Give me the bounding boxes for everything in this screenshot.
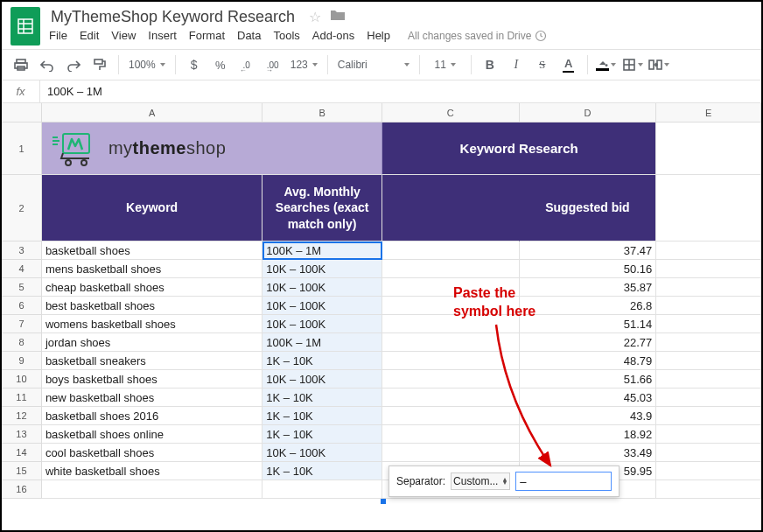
cell-c3[interactable] bbox=[382, 242, 520, 260]
cell-d3[interactable]: 37.47 bbox=[520, 242, 657, 260]
cell-c4[interactable] bbox=[382, 260, 520, 278]
cell-b1[interactable] bbox=[262, 122, 382, 175]
cell-e3[interactable] bbox=[656, 242, 761, 260]
number-format-dropdown[interactable]: 123 bbox=[287, 52, 321, 77]
col-header-b[interactable]: B bbox=[262, 103, 382, 122]
cell-e13[interactable] bbox=[656, 425, 761, 444]
cell-b2-searches-header[interactable]: Avg. Monthly Searches (exact match only) bbox=[262, 175, 382, 242]
cell-e15[interactable] bbox=[656, 462, 761, 480]
zoom-dropdown[interactable]: 100% bbox=[125, 52, 169, 77]
cell-a3[interactable]: basketball shoes bbox=[42, 242, 262, 260]
strikethrough-button[interactable]: S bbox=[530, 52, 555, 77]
row-header-15[interactable]: 15 bbox=[2, 462, 42, 480]
cell-a11[interactable]: new basketball shoes bbox=[42, 388, 262, 407]
increase-decimal-button[interactable]: .00→ bbox=[261, 52, 285, 77]
row-header-5[interactable]: 5 bbox=[2, 278, 42, 297]
cell-b10[interactable]: 10K – 100K bbox=[262, 370, 382, 388]
font-dropdown[interactable]: Calibri bbox=[334, 52, 413, 77]
cell-a9[interactable]: basketball sneakers bbox=[42, 352, 262, 370]
cell-a10[interactable]: boys basketball shoes bbox=[42, 370, 262, 388]
select-all-corner[interactable] bbox=[2, 103, 42, 122]
row-header-3[interactable]: 3 bbox=[2, 242, 42, 260]
cell-b4[interactable]: 10K – 100K bbox=[262, 260, 382, 278]
cell-d5[interactable]: 35.87 bbox=[520, 278, 657, 297]
col-header-a[interactable]: A bbox=[42, 103, 262, 122]
cell-a4[interactable]: mens basketball shoes bbox=[42, 260, 262, 278]
cell-e9[interactable] bbox=[656, 352, 761, 370]
cell-d2-bid-header[interactable]: Suggested bid bbox=[520, 175, 657, 242]
cell-e1[interactable] bbox=[656, 122, 761, 175]
cell-a13[interactable]: basketball shoes online bbox=[42, 425, 262, 444]
textcolor-button[interactable]: A bbox=[556, 52, 581, 77]
menu-edit[interactable]: Edit bbox=[80, 29, 99, 42]
cell-a1-logo[interactable]: mythemeshop bbox=[42, 122, 262, 175]
fillcolor-button[interactable] bbox=[594, 52, 619, 77]
row-header-2[interactable]: 2 bbox=[2, 175, 42, 242]
cell-a16[interactable] bbox=[42, 480, 262, 499]
cell-c2[interactable] bbox=[382, 175, 520, 242]
print-button[interactable] bbox=[9, 52, 33, 77]
row-header-14[interactable]: 14 bbox=[2, 444, 42, 462]
row-header-10[interactable]: 10 bbox=[2, 370, 42, 388]
cell-e12[interactable] bbox=[656, 407, 761, 425]
redo-button[interactable] bbox=[61, 52, 86, 77]
menu-file[interactable]: File bbox=[49, 29, 67, 42]
cell-e6[interactable] bbox=[656, 297, 761, 315]
row-header-8[interactable]: 8 bbox=[2, 333, 42, 352]
cell-b15[interactable]: 1K – 10K bbox=[262, 462, 382, 480]
cell-e5[interactable] bbox=[656, 278, 761, 297]
row-header-4[interactable]: 4 bbox=[2, 260, 42, 278]
row-header-6[interactable]: 6 bbox=[2, 297, 42, 315]
cell-b5[interactable]: 10K – 100K bbox=[262, 278, 382, 297]
merge-button[interactable] bbox=[647, 52, 671, 77]
menu-tools[interactable]: Tools bbox=[273, 29, 299, 42]
decrease-decimal-button[interactable]: .0← bbox=[234, 52, 259, 77]
folder-icon[interactable] bbox=[330, 9, 346, 25]
paintformat-button[interactable] bbox=[88, 52, 112, 77]
cell-e16[interactable] bbox=[656, 480, 761, 499]
cell-a12[interactable]: basketball shoes 2016 bbox=[42, 407, 262, 425]
row-header-11[interactable]: 11 bbox=[2, 388, 42, 407]
currency-button[interactable]: $ bbox=[182, 52, 206, 77]
cell-b13[interactable]: 1K – 10K bbox=[262, 425, 382, 444]
document-title[interactable]: MyThemeShop Keyword Research bbox=[49, 6, 297, 27]
borders-button[interactable] bbox=[620, 52, 645, 77]
undo-button[interactable] bbox=[35, 52, 60, 77]
sheets-app-icon[interactable] bbox=[10, 7, 40, 46]
italic-button[interactable]: I bbox=[504, 52, 528, 77]
cell-cd1-keyword-research[interactable]: Keyword Research bbox=[382, 122, 656, 175]
menu-help[interactable]: Help bbox=[367, 29, 390, 42]
cell-b16[interactable] bbox=[262, 480, 382, 499]
row-header-7[interactable]: 7 bbox=[2, 315, 42, 333]
row-header-1[interactable]: 1 bbox=[2, 122, 42, 175]
cell-a14[interactable]: cool basketball shoes bbox=[42, 444, 262, 462]
menu-view[interactable]: View bbox=[111, 29, 136, 42]
cell-e8[interactable] bbox=[656, 333, 761, 352]
row-header-16[interactable]: 16 bbox=[2, 480, 42, 499]
cell-e11[interactable] bbox=[656, 388, 761, 407]
cell-a2-keyword-header[interactable]: Keyword bbox=[42, 175, 262, 242]
formula-input[interactable]: 100K – 1M bbox=[40, 80, 761, 102]
menu-addons[interactable]: Add-ons bbox=[312, 29, 354, 42]
menu-insert[interactable]: Insert bbox=[148, 29, 177, 42]
cell-e4[interactable] bbox=[656, 260, 761, 278]
percent-button[interactable]: % bbox=[208, 52, 233, 77]
cell-e2[interactable] bbox=[656, 175, 761, 242]
star-icon[interactable]: ☆ bbox=[309, 9, 321, 25]
cell-a15[interactable]: white basketball shoes bbox=[42, 462, 262, 480]
selection-fill-handle[interactable] bbox=[381, 499, 386, 504]
cell-a7[interactable]: womens basketball shoes bbox=[42, 315, 262, 333]
menu-format[interactable]: Format bbox=[189, 29, 225, 42]
cell-b12[interactable]: 1K – 10K bbox=[262, 407, 382, 425]
row-header-9[interactable]: 9 bbox=[2, 352, 42, 370]
cell-b6[interactable]: 10K – 100K bbox=[262, 297, 382, 315]
cell-a8[interactable]: jordan shoes bbox=[42, 333, 262, 352]
fontsize-dropdown[interactable]: 11 bbox=[426, 52, 465, 77]
cell-d4[interactable]: 50.16 bbox=[520, 260, 657, 278]
col-header-d[interactable]: D bbox=[520, 103, 657, 122]
row-header-12[interactable]: 12 bbox=[2, 407, 42, 425]
cell-a5[interactable]: cheap basketball shoes bbox=[42, 278, 262, 297]
cell-e10[interactable] bbox=[656, 370, 761, 388]
cell-d6[interactable]: 26.8 bbox=[520, 297, 657, 315]
cell-b9[interactable]: 1K – 10K bbox=[262, 352, 382, 370]
